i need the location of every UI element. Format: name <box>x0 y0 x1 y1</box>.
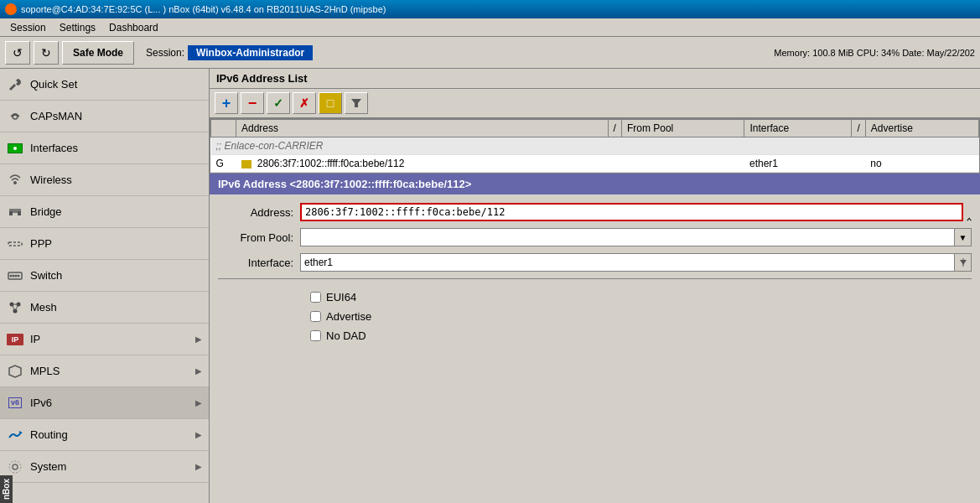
col-from-pool: From Pool <box>621 120 744 137</box>
svg-point-9 <box>13 274 15 277</box>
sidebar-item-ip[interactable]: IP IP ▶ <box>0 324 209 355</box>
mesh-icon <box>7 299 23 316</box>
sidebar-item-routing[interactable]: Routing ▶ <box>0 419 209 451</box>
from-pool-dropdown-btn[interactable]: ▼ <box>955 228 972 246</box>
from-pool-row: From Pool: ▼ <box>218 228 972 246</box>
row-from-pool <box>621 155 744 173</box>
app-icon <box>5 3 17 15</box>
sidebar-label-ppp: PPP <box>30 237 202 250</box>
sidebar-label-mesh: Mesh <box>30 301 202 314</box>
svg-marker-21 <box>351 99 361 107</box>
filter-button[interactable] <box>345 92 368 114</box>
sidebar-item-quick-set[interactable]: Quick Set <box>0 69 209 101</box>
interface-input-group <box>300 253 972 272</box>
panel-title: IPv6 Address List <box>210 69 980 89</box>
menu-bar: Session Settings Dashboard <box>0 18 980 37</box>
ipv6-icon: v6 <box>7 395 23 412</box>
wireless-icon <box>7 172 23 189</box>
col-flag <box>211 120 236 137</box>
toolbar: ↺ ↻ Safe Mode Session: Winbox-Administra… <box>0 37 980 69</box>
interface-dropdown-btn[interactable] <box>955 253 972 272</box>
copy-button[interactable]: □ <box>319 92 342 114</box>
cross-button[interactable]: ✗ <box>293 92 316 114</box>
session-value: Winbox-Administrador <box>188 45 313 60</box>
address-label: Address: <box>218 206 293 219</box>
address-input[interactable] <box>300 203 963 221</box>
menu-settings[interactable]: Settings <box>53 20 102 35</box>
menu-dashboard[interactable]: Dashboard <box>102 20 165 35</box>
address-table: Address / From Pool Interface / Advertis… <box>210 118 980 174</box>
sidebar-item-interfaces[interactable]: Interfaces <box>0 132 209 164</box>
eui64-checkbox[interactable] <box>310 292 321 303</box>
no-dad-label: No DAD <box>326 329 366 342</box>
cursor-icon: ‸ <box>967 203 972 221</box>
sidebar-item-system[interactable]: System ▶ <box>0 451 209 483</box>
ip-icon: IP <box>7 331 23 348</box>
mpls-icon <box>7 363 23 380</box>
sidebar-label-interfaces: Interfaces <box>30 142 202 154</box>
svg-point-19 <box>13 464 18 469</box>
mpls-arrow: ▶ <box>195 366 202 376</box>
sidebar-item-capsman[interactable]: CAPsMAN <box>0 101 209 132</box>
remove-button[interactable]: − <box>241 92 264 114</box>
from-pool-input[interactable] <box>300 228 955 246</box>
svg-rect-4 <box>9 209 21 211</box>
sidebar-item-ipv6[interactable]: v6 IPv6 ▶ <box>0 387 209 419</box>
sidebar-label-mpls: MPLS <box>30 365 189 377</box>
ip-arrow: ▶ <box>195 334 202 344</box>
checkbox-section: EUI64 Advertise No DAD <box>218 284 972 355</box>
sidebar-item-mpls[interactable]: MPLS ▶ <box>0 355 209 387</box>
wrench-icon <box>7 76 23 93</box>
panel-toolbar: + − ✓ ✗ □ <box>210 89 980 118</box>
sidebar-label-system: System <box>30 460 189 473</box>
svg-point-11 <box>18 274 20 277</box>
sidebar-item-wireless[interactable]: Wireless <box>0 164 209 196</box>
interfaces-icon <box>7 140 23 157</box>
capsman-icon <box>7 108 23 125</box>
menu-session[interactable]: Session <box>3 20 53 35</box>
title-text: soporte@C4:AD:34:7E:92:5C (L... ) nBox (… <box>21 4 386 14</box>
group-row[interactable]: ;; Enlace-con-CARRIER <box>211 137 979 155</box>
safe-mode-button[interactable]: Safe Mode <box>62 41 134 65</box>
sidebar-label-bridge: Bridge <box>30 205 202 218</box>
routing-icon <box>7 427 23 443</box>
sidebar-item-mesh[interactable]: Mesh <box>0 292 209 324</box>
sidebar-item-ppp[interactable]: PPP <box>0 228 209 260</box>
ppp-icon <box>7 236 23 252</box>
sidebar-label-wireless: Wireless <box>30 174 202 186</box>
interface-input[interactable] <box>300 253 955 272</box>
sidebar-item-bridge[interactable]: Bridge <box>0 196 209 228</box>
add-button[interactable]: + <box>215 92 238 114</box>
row-flag: G <box>211 155 236 173</box>
undo-button[interactable]: ↺ <box>5 41 30 65</box>
sidebar-label-routing: Routing <box>30 428 189 441</box>
redo-button[interactable]: ↻ <box>34 41 59 65</box>
detail-form: Address: ‸ From Pool: ▼ Interface: <box>210 194 980 503</box>
nbox-label: nBox <box>0 475 13 503</box>
interface-row: Interface: <box>218 253 972 272</box>
main-layout: Quick Set CAPsMAN Interfaces <box>0 69 980 503</box>
svg-point-20 <box>9 461 21 473</box>
advertise-checkbox[interactable] <box>310 311 321 322</box>
address-indicator <box>241 160 251 169</box>
sidebar-item-switch[interactable]: Switch <box>0 260 209 292</box>
ipv6-arrow: ▶ <box>195 398 202 407</box>
row-sep2 <box>852 155 865 173</box>
system-icon <box>7 459 23 475</box>
check-button[interactable]: ✓ <box>267 92 290 114</box>
col-address: Address <box>236 120 609 137</box>
sidebar: Quick Set CAPsMAN Interfaces <box>0 69 210 503</box>
address-row: Address: ‸ <box>218 203 972 221</box>
detail-header: IPv6 Address <2806:3f7:1002::ffff:f0ca:b… <box>210 174 980 194</box>
row-sep1 <box>608 155 621 173</box>
session-label: Session: <box>146 47 184 59</box>
no-dad-checkbox[interactable] <box>310 330 321 341</box>
sys-info: Memory: 100.8 MiB CPU: 34% Date: May/22/… <box>774 48 975 58</box>
group-row-text: ;; Enlace-con-CARRIER <box>211 137 979 155</box>
table-row[interactable]: G 2806:3f7:1002::ffff:f0ca:bebe/112 ethe… <box>211 155 979 173</box>
form-divider <box>218 278 972 279</box>
row-advertise: no <box>865 155 978 173</box>
switch-icon <box>7 267 23 284</box>
svg-rect-6 <box>8 242 22 246</box>
title-bar: soporte@C4:AD:34:7E:92:5C (L... ) nBox (… <box>0 0 980 18</box>
